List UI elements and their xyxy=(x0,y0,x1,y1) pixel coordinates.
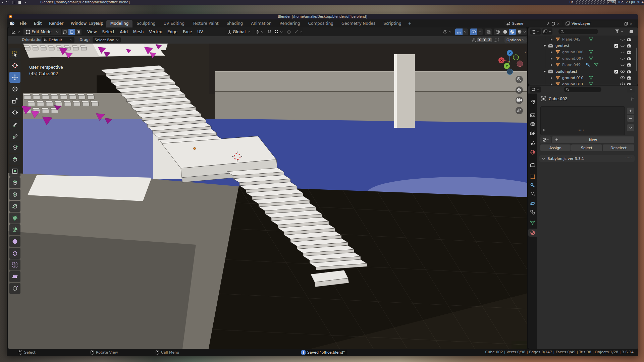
breadcrumb-object-name[interactable]: Cube.002 xyxy=(549,97,567,101)
viewport-menu-mesh[interactable]: Mesh xyxy=(130,29,147,34)
shading-rendered-button[interactable] xyxy=(516,29,523,35)
view-layer-selector[interactable]: ViewLayer × xyxy=(564,20,635,26)
select-button[interactable]: Select xyxy=(571,144,602,151)
outliner-item-label[interactable]: ground.011 xyxy=(562,82,583,85)
outliner-item-label[interactable]: ground.007 xyxy=(562,56,583,61)
eye-open-icon[interactable] xyxy=(620,82,625,85)
proportional-falloff-dropdown[interactable] xyxy=(292,28,303,35)
properties-tab-tool[interactable] xyxy=(528,98,537,106)
drag-dropdown[interactable]: Select Box xyxy=(93,37,121,43)
new-copy-icon[interactable] xyxy=(624,22,628,25)
workspace-tab-rendering[interactable]: Rendering xyxy=(275,20,304,27)
pin-icon[interactable] xyxy=(546,22,550,25)
workspace-tab-scripting[interactable]: Scripting xyxy=(379,20,405,27)
outliner-item-label[interactable]: buildingtest xyxy=(555,69,577,74)
show-overlays-toggle[interactable] xyxy=(470,28,477,35)
workspace-tab-modeling[interactable]: Modeling xyxy=(106,20,133,27)
properties-search-input[interactable] xyxy=(564,87,601,92)
tool-poly-build[interactable] xyxy=(9,213,20,224)
xray-toggle[interactable] xyxy=(485,28,492,35)
eye-closed-icon[interactable] xyxy=(620,57,625,61)
mirror-y-toggle[interactable]: Y xyxy=(482,38,487,42)
add-workspace-button[interactable]: + xyxy=(406,20,414,27)
outliner-item-label[interactable]: ground.006 xyxy=(562,50,583,54)
tool-edge-slide[interactable] xyxy=(9,248,20,259)
tool-shear[interactable] xyxy=(9,271,20,282)
workspace-tab-texture-paint[interactable]: Texture Paint xyxy=(189,20,222,27)
properties-tab-particles[interactable] xyxy=(528,190,537,198)
pin-icon[interactable] xyxy=(630,97,634,101)
outliner-item-label[interactable]: Plane.045 xyxy=(562,37,581,42)
overlays-dropdown[interactable] xyxy=(477,28,483,35)
material-specials-dropdown[interactable] xyxy=(627,124,634,131)
menu-render[interactable]: Render xyxy=(46,20,66,26)
outliner-row-plane.045[interactable]: Plane.045 xyxy=(528,36,638,43)
tool-move[interactable] xyxy=(9,72,20,83)
tool-rotate[interactable] xyxy=(9,83,20,95)
eye-closed-icon[interactable] xyxy=(620,51,625,54)
tool-scale[interactable] xyxy=(9,95,20,106)
properties-options-dropdown[interactable] xyxy=(627,86,635,93)
camera-visibility-icon[interactable] xyxy=(627,76,631,80)
workspace-tab-sculpting[interactable]: Sculpting xyxy=(132,20,159,27)
shading-wireframe-button[interactable] xyxy=(494,29,501,35)
unlink-icon[interactable]: × xyxy=(557,21,560,26)
chevron-down-icon[interactable] xyxy=(523,31,526,33)
orientation-dropdown[interactable]: Default xyxy=(42,37,74,43)
keyboard-layout-indicator[interactable]: us xyxy=(570,0,574,4)
mirror-z-toggle[interactable]: Z xyxy=(487,38,492,42)
mirror-x-toggle[interactable]: X xyxy=(477,38,482,42)
tool-select-box[interactable] xyxy=(9,48,20,59)
new-material-button[interactable]: New xyxy=(552,136,634,143)
remove-material-slot-button[interactable] xyxy=(627,115,634,122)
addon-panel-header[interactable]: Babylon.js ver 3.3.1 ·········· xyxy=(539,155,635,162)
workspace-tab-compositing[interactable]: Compositing xyxy=(304,20,337,27)
menu-edit[interactable]: Edit xyxy=(31,20,45,26)
panel-drag-grip[interactable]: ·········· xyxy=(626,157,632,160)
outliner-filter-display-dropdown[interactable] xyxy=(542,28,552,35)
tool-annotate[interactable] xyxy=(9,119,20,130)
tool-loop-cut[interactable] xyxy=(9,189,20,200)
outliner-row-geotest[interactable]: geotest xyxy=(528,43,638,49)
outliner-display-mode-dropdown[interactable] xyxy=(530,28,541,35)
workspace-tab-shading[interactable]: Shading xyxy=(222,20,247,27)
visibility-dropdown[interactable] xyxy=(441,28,453,35)
collection-checkbox[interactable] xyxy=(614,44,618,48)
mode-dropdown[interactable]: Edit Mode xyxy=(23,28,61,35)
outliner-row-ground.010[interactable]: ground.010 xyxy=(528,75,638,81)
snap-base-icon[interactable] xyxy=(494,38,499,42)
properties-tab-view-layer[interactable] xyxy=(528,129,537,137)
outliner-row-ground.006[interactable]: ground.006 xyxy=(528,49,638,55)
viewport-canvas[interactable]: Z X Y ‹ xyxy=(8,44,527,349)
workspace-tab-layout[interactable]: Layout xyxy=(85,20,106,27)
material-slot-list[interactable]: ·········· xyxy=(540,106,625,135)
tool-rip-region[interactable] xyxy=(9,283,20,294)
viewport-menu-add[interactable]: Add xyxy=(117,29,130,34)
assign-button[interactable]: Assign xyxy=(540,144,571,151)
tool-smooth[interactable] xyxy=(9,236,20,247)
viewport-menu-uv[interactable]: UV xyxy=(195,29,206,34)
properties-tab-output[interactable] xyxy=(528,120,537,128)
outliner-filter-group[interactable] xyxy=(615,29,623,34)
workspace-tab-geometry-nodes[interactable]: Geometry Nodes xyxy=(337,20,379,27)
tool-add-cube[interactable] xyxy=(9,142,20,153)
tool-extrude-region[interactable] xyxy=(9,154,20,165)
properties-tab-scene[interactable] xyxy=(528,139,537,147)
tool-bevel[interactable] xyxy=(9,177,20,188)
proportional-editing-toggle[interactable] xyxy=(286,28,292,35)
shading-material-preview-button[interactable] xyxy=(509,29,516,35)
camera-visibility-icon[interactable] xyxy=(627,70,631,73)
outliner-row-plane.049[interactable]: Plane.049 xyxy=(528,62,638,68)
editor-type-button[interactable] xyxy=(10,28,21,35)
new-collection-button[interactable] xyxy=(628,28,635,35)
pivot-point-dropdown[interactable] xyxy=(254,28,264,35)
camera-visibility-icon[interactable] xyxy=(627,38,631,41)
tool-transform[interactable] xyxy=(9,107,20,118)
window-manager-icons[interactable] xyxy=(2,1,27,4)
viewport-menu-edge[interactable]: Edge xyxy=(165,29,180,34)
scene-selector[interactable]: Scene × xyxy=(504,20,562,26)
tool-knife[interactable] xyxy=(9,201,20,212)
eye-closed-icon[interactable] xyxy=(620,45,625,48)
properties-tab-object[interactable] xyxy=(528,173,537,181)
outliner-row-buildingtest[interactable]: buildingtest xyxy=(528,68,638,75)
